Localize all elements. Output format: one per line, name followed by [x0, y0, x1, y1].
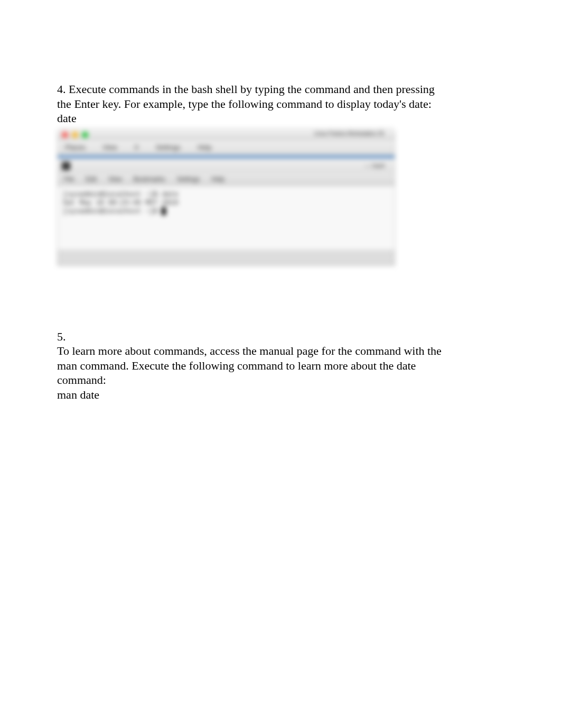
step-5-text-line3: command:	[57, 373, 504, 388]
cursor-icon	[162, 207, 166, 215]
outer-menu-item: Settings	[154, 142, 183, 153]
outer-menu-item: View	[100, 142, 119, 153]
step-4-block: 4. Execute commands in the bash shell by…	[57, 82, 504, 126]
outer-menubar: Places View X Settings Help	[58, 141, 395, 155]
terminal-line-1: [sysadmin@localhost ~]$ date	[63, 190, 389, 199]
step-4-command: date	[57, 111, 504, 126]
outer-menu-item: X	[132, 142, 141, 153]
inner-menu-item: Bookmarks	[134, 176, 165, 183]
step-5-text-line2: man command. Execute the following comma…	[57, 358, 504, 373]
terminal-icon	[62, 162, 70, 170]
close-icon	[62, 132, 68, 138]
step-5-command: man date	[57, 388, 504, 402]
terminal-body: [sysadmin@localhost ~]$ date Sat May 18 …	[58, 186, 395, 250]
maximize-icon	[82, 132, 88, 138]
inner-window: — bash File Edit View Bookmarks Settings…	[58, 158, 395, 250]
inner-titlebar: — bash	[58, 159, 395, 173]
outer-menu-item: Places	[63, 142, 88, 153]
step-4-text-line2: the Enter key. For example, type the fol…	[57, 97, 504, 112]
outer-titlebar: Linux Fedora Workstation 25	[58, 129, 395, 141]
inner-title-text: — bash	[365, 162, 385, 170]
outer-menu-item: Help	[195, 142, 214, 153]
step-5-number: 5.	[57, 329, 504, 344]
step-5-text-line1: To learn more about commands, access the…	[57, 344, 504, 358]
inner-menu-item: Settings	[177, 176, 200, 183]
inner-menu-item: Help	[211, 176, 225, 183]
traffic-lights	[62, 132, 88, 138]
terminal-screenshot: Linux Fedora Workstation 25 Places View …	[57, 128, 395, 266]
inner-menubar: File Edit View Bookmarks Settings Help	[58, 173, 395, 186]
outer-window: Linux Fedora Workstation 25 Places View …	[57, 128, 395, 266]
terminal-prompt: [sysadmin@localhost ~]$	[63, 207, 162, 215]
terminal-line-3: [sysadmin@localhost ~]$	[63, 207, 389, 216]
step-4-text-line1: 4. Execute commands in the bash shell by…	[57, 82, 504, 97]
terminal-line-2: Sat May 18 09:23:46 MST 2019	[63, 199, 389, 207]
step-5-block: 5. To learn more about commands, access …	[57, 329, 504, 402]
outer-window-title: Linux Fedora Workstation 25	[314, 130, 384, 137]
inner-menu-item: Edit	[86, 176, 97, 183]
inner-menu-item: View	[108, 176, 122, 183]
minimize-icon	[72, 132, 78, 138]
inner-menu-item: File	[64, 176, 74, 183]
